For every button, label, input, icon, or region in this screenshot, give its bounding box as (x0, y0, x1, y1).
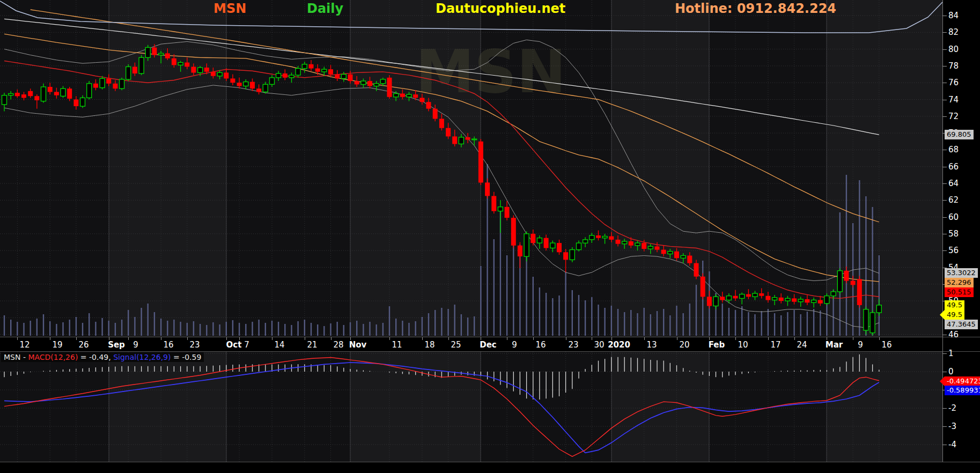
date-label: 7 (244, 340, 249, 350)
macd-title-part: MACD(12,26) (28, 353, 78, 361)
date-label: 20 (679, 340, 689, 350)
date-label: 9 (133, 340, 138, 350)
date-label: 19 (52, 340, 62, 350)
date-label: 12 (19, 340, 30, 350)
date-tick (272, 337, 272, 340)
date-label: 16 (881, 340, 891, 350)
date-label: 10 (738, 340, 748, 350)
stock-chart-app: MSN MSN Daily Dautucophieu.net Hotline: … (0, 0, 980, 473)
date-tick (331, 337, 331, 340)
date-label: 2020 (608, 340, 630, 350)
date-label: 13 (646, 340, 657, 350)
date-label: Sep (108, 340, 125, 350)
date-tick (422, 337, 423, 340)
watermark: MSN (416, 38, 566, 106)
date-label: 11 (392, 340, 402, 350)
date-axis: 121926Sep91623Oct7142128Nov111825Dec9162… (0, 337, 980, 352)
date-label: Nov (349, 340, 367, 350)
date-tick (566, 337, 566, 340)
macd-panel (0, 352, 980, 462)
date-tick (592, 337, 592, 340)
macd-title-part: Signal(12,26,9) (113, 353, 171, 361)
date-tick (17, 337, 18, 340)
date-tick (879, 337, 880, 340)
date-tick (853, 337, 853, 340)
date-label: 9 (858, 340, 863, 350)
macd-title-part: = -0.59 (171, 353, 202, 361)
date-tick (533, 337, 534, 340)
date-label: 26 (78, 340, 89, 350)
date-tick (768, 337, 769, 340)
date-label: 25 (451, 340, 461, 350)
date-tick (448, 337, 449, 340)
macd-title-part: MSN - (4, 353, 28, 361)
date-label: 23 (189, 340, 200, 350)
macd-title-part: = -0.49, (78, 353, 113, 361)
date-tick (677, 337, 677, 340)
date-label: 24 (797, 340, 807, 350)
date-tick (76, 337, 77, 340)
date-label: Oct (226, 340, 242, 350)
date-label: 18 (424, 340, 434, 350)
date-label: 14 (274, 340, 284, 350)
date-tick (161, 337, 161, 340)
price-panel: MSN (0, 0, 980, 337)
date-label: 16 (163, 340, 173, 350)
macd-indicator-title: MSN - MACD(12,26) = -0.49, Signal(12,26,… (1, 352, 204, 362)
date-label: 16 (535, 340, 546, 350)
date-tick (50, 337, 50, 340)
date-tick (239, 337, 240, 340)
date-label: Feb (709, 340, 725, 350)
date-tick (187, 337, 188, 340)
date-tick (128, 337, 129, 340)
date-label: 28 (333, 340, 343, 350)
date-label: 17 (770, 340, 780, 350)
date-tick (305, 337, 305, 340)
date-tick (507, 337, 507, 340)
date-tick (794, 337, 795, 340)
date-label: 30 (594, 340, 604, 350)
date-label: Mar (826, 340, 843, 350)
date-tick (644, 337, 645, 340)
date-label: 21 (307, 340, 317, 350)
date-label: Dec (480, 340, 497, 350)
date-tick (735, 337, 736, 340)
date-label: 23 (568, 340, 578, 350)
date-label: 9 (512, 340, 517, 350)
date-tick (389, 337, 390, 340)
